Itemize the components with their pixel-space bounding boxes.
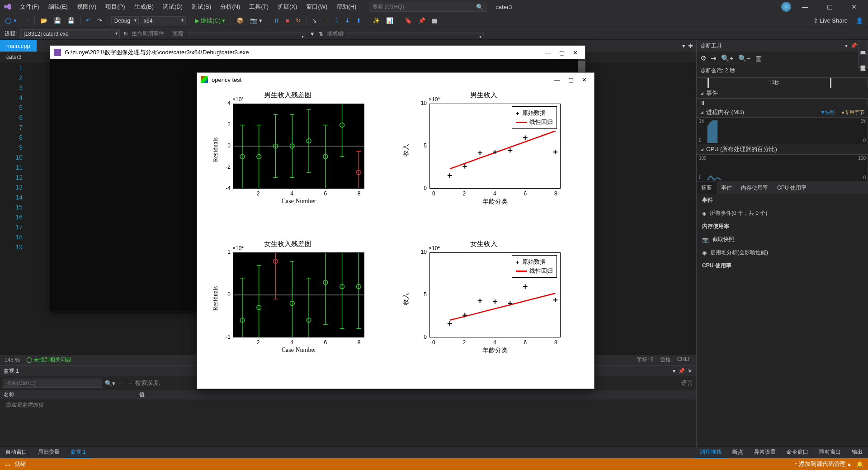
vertical-tab[interactable]: 解决方案资源管理器 (858, 40, 868, 53)
maximize-button[interactable]: ▢ (819, 0, 840, 13)
bottom-tab[interactable]: 即时窗口 (814, 446, 846, 459)
zoom-in-icon[interactable]: 🔍+ (721, 54, 734, 62)
gear-icon[interactable]: ⚙ (700, 54, 706, 62)
snapshot-line[interactable]: 📷截取快照 (697, 233, 868, 246)
undo-button[interactable]: ↶ (84, 16, 93, 25)
pin-icon[interactable]: 📌 (416, 16, 428, 25)
nav-fwd-button[interactable]: → (21, 16, 31, 25)
stack-icon[interactable]: ⇅ (319, 31, 323, 37)
show-next-icon[interactable]: → (321, 16, 331, 25)
step-out-icon[interactable]: ⬆ (354, 16, 363, 25)
step-into-icon[interactable]: ↘ (310, 16, 319, 25)
nav-back-button[interactable]: ◯ ▾ (3, 16, 19, 25)
menu-生成(B)[interactable]: 生成(B) (131, 1, 157, 13)
grid-icon[interactable]: ▦ (429, 16, 439, 25)
close-button[interactable]: ✕ (844, 0, 864, 13)
export-icon[interactable]: ⇥ (711, 54, 717, 62)
thread-combo[interactable] (189, 33, 306, 35)
add-source-control[interactable]: ↑ 添加到源代码管理 ▴ (794, 460, 851, 468)
issues-indicator[interactable]: ◯ 未找到相关问题 (26, 356, 71, 364)
lifecycle-icon[interactable]: ↻ (123, 31, 128, 37)
pause-button[interactable]: ⏸ (271, 16, 282, 25)
feedback-icon[interactable]: 👤 (854, 16, 865, 25)
memory-header[interactable]: 进程内存 (MB) ▼快照 ●专用字节 (697, 108, 868, 116)
indent-mode[interactable]: 空格 (660, 356, 671, 364)
liveshare-button[interactable]: ⇪ Live Share (811, 16, 850, 25)
console-close-icon[interactable]: ✕ (573, 49, 578, 56)
menu-分析(N)[interactable]: 分析(N) (217, 1, 244, 13)
bottom-tab[interactable]: 异常设置 (749, 446, 781, 459)
step-in-icon[interactable]: ⬇ (343, 16, 352, 25)
menu-文件(F)[interactable]: 文件(F) (16, 1, 43, 13)
nav-prev-icon[interactable]: ← (118, 380, 124, 387)
cv-maximize-icon[interactable]: ▢ (568, 76, 574, 83)
panel-pin-icon[interactable]: 📌 (678, 368, 685, 374)
console-minimize-icon[interactable]: — (545, 49, 551, 56)
open-button[interactable]: 📂 (38, 16, 50, 25)
notifications-icon[interactable]: 🔔 (856, 461, 863, 468)
menu-测试(S)[interactable]: 测试(S) (188, 1, 215, 13)
cv-close-icon[interactable]: ✕ (582, 76, 587, 83)
zoom-combo[interactable]: 145 % (5, 357, 20, 363)
panel-close-icon[interactable]: ✕ (688, 368, 692, 374)
stackframe-combo[interactable] (348, 33, 484, 35)
redo-button[interactable]: ↷ (95, 16, 104, 25)
bottom-tab[interactable]: 局部变量 (33, 446, 65, 459)
panel-dropdown-icon[interactable]: ▾ (845, 43, 848, 49)
diag-tab[interactable]: 事件 (717, 182, 736, 194)
watch-search-input[interactable] (3, 379, 102, 388)
tab-dropdown-icon[interactable]: ▾ (682, 43, 685, 49)
bookmark-icon[interactable]: 🔖 (402, 16, 414, 25)
line-ending[interactable]: CRLF (677, 356, 691, 364)
zoom-out-icon[interactable]: 🔍− (738, 54, 751, 62)
cv-titlebar[interactable]: opencv test — ▢ ✕ (197, 73, 594, 86)
config-combo[interactable]: Debug (111, 16, 139, 25)
events-line[interactable]: ◈所有事件(0 个，共 0 个) (697, 207, 868, 220)
screenshot-icon[interactable]: 📷 ▾ (248, 16, 264, 25)
tab-main-cpp[interactable]: main.cpp (0, 40, 37, 52)
menu-窗口(W)[interactable]: 窗口(W) (302, 1, 331, 13)
cv-minimize-icon[interactable]: — (554, 76, 560, 83)
panel-pin-icon[interactable]: 📌 (850, 43, 857, 49)
vertical-tab[interactable]: 团队资源管理器 (858, 54, 868, 68)
tab-add-icon[interactable]: ✚ (688, 43, 693, 49)
menu-调试(D)[interactable]: 调试(D) (159, 1, 186, 13)
search-go-icon[interactable]: 🔍▾ (105, 380, 115, 387)
menu-视图(V)[interactable]: 视图(V) (73, 1, 100, 13)
bottom-tab[interactable]: 命令窗口 (781, 446, 814, 459)
bottom-tab[interactable]: 调用堆栈 (694, 446, 727, 459)
console-maximize-icon[interactable]: ▢ (559, 49, 565, 56)
restart-button[interactable]: ↻ (293, 16, 303, 25)
bottom-tab[interactable]: 断点 (727, 446, 749, 459)
menu-项目(P)[interactable]: 项目(P) (102, 1, 128, 13)
bottom-tab[interactable]: 监视 1 (65, 446, 91, 459)
search-input[interactable] (372, 4, 476, 10)
nav-next-icon[interactable]: → (127, 380, 132, 387)
cpu-header[interactable]: CPU (所有处理器的百分比) (697, 145, 868, 153)
minimize-button[interactable]: — (795, 0, 816, 13)
columns-icon[interactable]: ▥ (755, 54, 762, 62)
opencv-window[interactable]: opencv test — ▢ ✕ 男生收入残差图×10⁴2468-4-2024… (197, 72, 594, 389)
diag-tab[interactable]: CPU 使用率 (773, 182, 811, 194)
continue-button[interactable]: ▶ 继续(C) ▾ (193, 15, 227, 26)
diag-tab[interactable]: 摘要 (697, 182, 717, 194)
console-titlebar[interactable]: G:\zuoye\2021\数字图像处理与分析\code\cater3\x64\… (50, 46, 585, 59)
panel-dropdown-icon[interactable]: ▾ (673, 368, 675, 374)
heap-line[interactable]: ◉启用堆分析(会影响性能) (697, 246, 868, 259)
step-over-icon[interactable]: ⤵ (333, 16, 341, 25)
filter-icon[interactable]: ▼ (310, 31, 315, 37)
bottom-tab[interactable]: 自动窗口 (0, 446, 33, 459)
process-combo[interactable]: [18312] cater3.exe (20, 29, 120, 38)
bottom-tab[interactable]: 输出 (846, 446, 868, 459)
menu-编辑(E)[interactable]: 编辑(E) (45, 1, 71, 13)
menu-帮助(H)[interactable]: 帮助(H) (333, 1, 360, 13)
user-avatar-icon[interactable] (781, 2, 791, 12)
col-name[interactable]: 名称 (4, 391, 139, 399)
events-header[interactable]: 事件 (697, 89, 868, 97)
tool-icon[interactable]: 📦 (234, 16, 246, 25)
menu-扩展(X)[interactable]: 扩展(X) (274, 1, 301, 13)
tools-icon[interactable]: ✨ (370, 16, 382, 25)
diag-tab[interactable]: 内存使用率 (736, 182, 773, 194)
platform-combo[interactable]: x64 (141, 16, 186, 25)
tools2-icon[interactable]: 📊 (384, 16, 396, 25)
